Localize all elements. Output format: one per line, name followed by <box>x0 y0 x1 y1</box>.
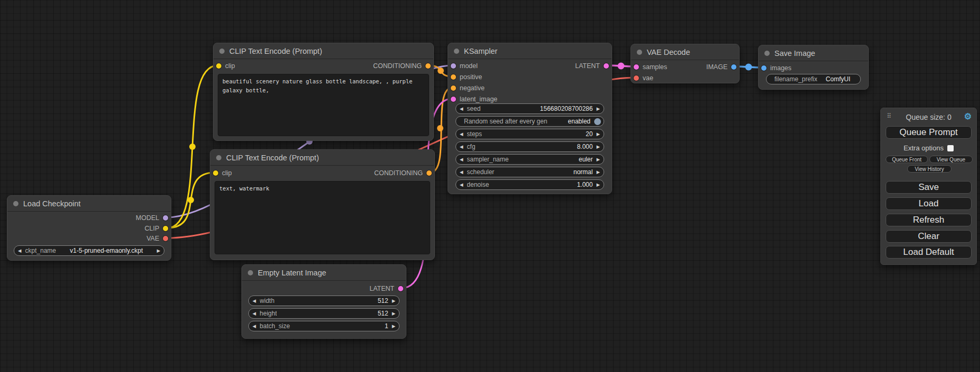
increment-arrow-icon[interactable]: ▶ <box>596 145 600 149</box>
input-label: model <box>460 62 478 70</box>
collapse-dot-icon[interactable] <box>454 49 459 54</box>
decrement-arrow-icon[interactable]: ◀ <box>18 249 22 253</box>
increment-arrow-icon[interactable]: ▶ <box>392 299 395 303</box>
vae-input-port[interactable] <box>634 75 639 81</box>
queue-prompt-button[interactable]: Queue Prompt <box>886 126 972 139</box>
clip-output-port[interactable] <box>163 226 168 231</box>
collapse-dot-icon[interactable] <box>216 155 221 160</box>
collapse-dot-icon[interactable] <box>219 49 225 54</box>
decrement-arrow-icon[interactable]: ◀ <box>253 311 256 316</box>
node-empty-latent-image[interactable]: Empty Latent Image LATENT ◀ width 512 ▶ … <box>241 264 406 339</box>
node-ksampler[interactable]: KSampler model positive negative latent_… <box>448 43 612 194</box>
prompt-text-input[interactable]: text, watermark <box>215 181 430 254</box>
settings-gear-icon[interactable]: ⚙ <box>964 111 972 121</box>
decrement-arrow-icon[interactable]: ◀ <box>460 132 463 137</box>
clip-input-port[interactable] <box>216 63 221 69</box>
view-queue-button[interactable]: View Queue <box>929 156 973 163</box>
model-output-port[interactable] <box>163 215 168 221</box>
input-label: images <box>770 64 791 72</box>
load-default-button[interactable]: Load Default <box>886 246 972 259</box>
vae-output-port[interactable] <box>163 236 168 241</box>
node-graph-canvas[interactable]: Load Checkpoint MODEL CLIP VAE ◀ ckpt_na… <box>0 0 980 372</box>
increment-arrow-icon[interactable]: ▶ <box>596 183 600 187</box>
positive-input-port[interactable] <box>451 74 456 80</box>
node-title-bar[interactable]: CLIP Text Encode (Prompt) <box>214 43 433 59</box>
steps-widget[interactable]: ◀ steps 20 ▶ <box>455 129 604 139</box>
decrement-arrow-icon[interactable]: ◀ <box>460 170 463 175</box>
node-title-bar[interactable]: Empty Latent Image <box>242 265 406 281</box>
filename-prefix-widget[interactable]: filename_prefix ComfyUI <box>766 74 861 84</box>
input-label: latent_image <box>460 96 498 103</box>
model-input-port[interactable] <box>451 63 456 69</box>
increment-arrow-icon[interactable]: ▶ <box>596 132 600 137</box>
output-label: MODEL <box>136 214 159 222</box>
widget-value: 1.000 <box>577 181 593 188</box>
collapse-dot-icon[interactable] <box>637 50 642 55</box>
latent-output-port[interactable] <box>604 63 609 69</box>
node-clip-text-encode-negative[interactable]: CLIP Text Encode (Prompt) clip CONDITION… <box>210 149 435 260</box>
prompt-text-input[interactable]: beautiful scenery nature glass bottle la… <box>218 74 429 136</box>
view-history-button[interactable]: View History <box>907 165 952 173</box>
decrement-arrow-icon[interactable]: ◀ <box>460 157 463 162</box>
node-title-bar[interactable]: Load Checkpoint <box>7 196 171 212</box>
node-title: CLIP Text Encode (Prompt) <box>229 47 322 55</box>
conditioning-output-port[interactable] <box>426 170 432 176</box>
decrement-arrow-icon[interactable]: ◀ <box>460 145 463 149</box>
cfg-widget[interactable]: ◀ cfg 8.000 ▶ <box>455 141 604 152</box>
queue-panel[interactable]: ⠿ Queue size: 0 ⚙ Queue Prompt Extra opt… <box>880 108 977 265</box>
latent-image-input-port[interactable] <box>451 97 456 102</box>
conditioning-output-port[interactable] <box>425 63 431 69</box>
ckpt-name-widget[interactable]: ◀ ckpt_name v1-5-pruned-emaonly.ckpt ▶ <box>14 245 164 256</box>
node-clip-text-encode-positive[interactable]: CLIP Text Encode (Prompt) clip CONDITION… <box>213 43 434 141</box>
increment-arrow-icon[interactable]: ▶ <box>596 157 600 162</box>
decrement-arrow-icon[interactable]: ◀ <box>253 324 256 329</box>
width-widget[interactable]: ◀ width 512 ▶ <box>248 295 400 306</box>
seed-widget[interactable]: ◀ seed 156680208700286 ▶ <box>455 103 604 114</box>
samples-input-port[interactable] <box>634 64 639 70</box>
widget-value: 8.000 <box>577 143 593 150</box>
output-label: LATENT <box>370 285 394 292</box>
height-widget[interactable]: ◀ height 512 ▶ <box>248 308 400 319</box>
increment-arrow-icon[interactable]: ▶ <box>392 311 395 316</box>
clip-input-port[interactable] <box>213 170 218 176</box>
node-title-bar[interactable]: KSampler <box>448 43 612 59</box>
node-title-bar[interactable]: VAE Decode <box>631 44 739 60</box>
decrement-arrow-icon[interactable]: ◀ <box>253 299 256 303</box>
random-seed-toggle-widget[interactable]: Random seed after every gen enabled <box>455 116 604 127</box>
collapse-dot-icon[interactable] <box>248 270 253 275</box>
node-title-bar[interactable]: Save Image <box>759 45 868 61</box>
widget-value: normal <box>574 168 593 176</box>
toggle-circle-icon[interactable] <box>594 118 601 125</box>
negative-input-port[interactable] <box>451 85 456 91</box>
queue-size-label: Queue size: 0 <box>881 113 976 121</box>
node-title-bar[interactable]: CLIP Text Encode (Prompt) <box>210 150 434 166</box>
latent-output-port[interactable] <box>398 286 403 291</box>
images-input-port[interactable] <box>761 65 766 71</box>
batch-size-widget[interactable]: ◀ batch_size 1 ▶ <box>248 321 400 331</box>
widget-label: ckpt_name <box>25 247 56 254</box>
output-label: IMAGE <box>706 63 727 71</box>
collapse-dot-icon[interactable] <box>764 51 770 56</box>
increment-arrow-icon[interactable]: ▶ <box>596 170 600 175</box>
clear-button[interactable]: Clear <box>886 230 972 243</box>
load-button[interactable]: Load <box>886 197 972 210</box>
decrement-arrow-icon[interactable]: ◀ <box>460 183 463 187</box>
sampler-name-widget[interactable]: ◀ sampler_name euler ▶ <box>455 154 604 165</box>
scheduler-widget[interactable]: ◀ scheduler normal ▶ <box>455 167 604 177</box>
increment-arrow-icon[interactable]: ▶ <box>157 249 160 253</box>
collapse-dot-icon[interactable] <box>13 201 18 206</box>
increment-arrow-icon[interactable]: ▶ <box>596 107 600 111</box>
queue-front-button[interactable]: Queue Front <box>886 156 928 163</box>
node-title: Empty Latent Image <box>258 269 326 277</box>
node-vae-decode[interactable]: VAE Decode samples vae IMAGE <box>630 44 740 83</box>
increment-arrow-icon[interactable]: ▶ <box>392 324 395 329</box>
refresh-button[interactable]: Refresh <box>886 214 972 226</box>
denoise-widget[interactable]: ◀ denoise 1.000 ▶ <box>455 179 604 190</box>
save-button[interactable]: Save <box>886 181 972 194</box>
node-save-image[interactable]: Save Image images filename_prefix ComfyU… <box>758 45 869 90</box>
image-output-port[interactable] <box>731 64 736 70</box>
decrement-arrow-icon[interactable]: ◀ <box>460 107 463 111</box>
node-load-checkpoint[interactable]: Load Checkpoint MODEL CLIP VAE ◀ ckpt_na… <box>7 195 171 261</box>
output-label: CONDITIONING <box>373 62 422 70</box>
extra-options-checkbox[interactable] <box>947 145 954 151</box>
